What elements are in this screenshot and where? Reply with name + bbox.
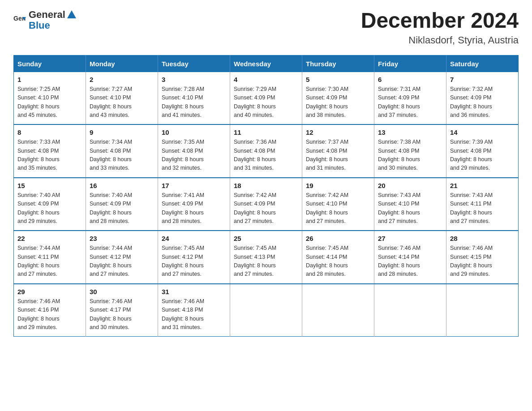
weekday-header-tuesday: Tuesday <box>158 55 230 72</box>
calendar-cell: 22 Sunrise: 7:44 AM Sunset: 4:11 PM Dayl… <box>14 231 86 284</box>
day-number: 8 <box>17 128 82 136</box>
day-number: 1 <box>17 76 82 83</box>
day-number: 28 <box>450 235 515 242</box>
calendar-week-row: 8 Sunrise: 7:33 AM Sunset: 4:08 PM Dayli… <box>14 124 519 178</box>
calendar-cell: 27 Sunrise: 7:46 AM Sunset: 4:14 PM Dayl… <box>374 231 446 284</box>
title-section: December 2024 Niklasdorf, Styria, Austri… <box>361 9 519 46</box>
day-info: Sunrise: 7:44 AM Sunset: 4:12 PM Dayligh… <box>90 244 154 279</box>
day-info: Sunrise: 7:37 AM Sunset: 4:08 PM Dayligh… <box>306 138 370 173</box>
weekday-header-thursday: Thursday <box>302 55 374 72</box>
day-number: 6 <box>378 76 442 83</box>
month-year-title: December 2024 <box>361 9 519 33</box>
calendar-cell: 8 Sunrise: 7:33 AM Sunset: 4:08 PM Dayli… <box>14 124 86 178</box>
day-number: 15 <box>17 182 82 189</box>
day-info: Sunrise: 7:42 AM Sunset: 4:10 PM Dayligh… <box>306 191 370 226</box>
logo-general-text: General <box>29 9 65 21</box>
weekday-header-wednesday: Wednesday <box>230 55 302 72</box>
day-info: Sunrise: 7:45 AM Sunset: 4:12 PM Dayligh… <box>162 244 226 279</box>
day-number: 24 <box>162 235 226 242</box>
calendar-cell: 26 Sunrise: 7:45 AM Sunset: 4:14 PM Dayl… <box>302 231 374 284</box>
day-number: 18 <box>234 182 298 189</box>
calendar-week-row: 15 Sunrise: 7:40 AM Sunset: 4:09 PM Dayl… <box>14 178 519 231</box>
day-info: Sunrise: 7:39 AM Sunset: 4:08 PM Dayligh… <box>450 138 515 173</box>
day-number: 13 <box>378 128 442 136</box>
day-info: Sunrise: 7:45 AM Sunset: 4:13 PM Dayligh… <box>234 244 298 279</box>
day-number: 7 <box>450 76 515 83</box>
day-info: Sunrise: 7:30 AM Sunset: 4:09 PM Dayligh… <box>306 85 370 120</box>
calendar-cell <box>446 284 519 337</box>
calendar-cell: 18 Sunrise: 7:42 AM Sunset: 4:09 PM Dayl… <box>230 178 302 231</box>
calendar-cell: 21 Sunrise: 7:43 AM Sunset: 4:11 PM Dayl… <box>446 178 519 231</box>
day-number: 25 <box>234 235 298 242</box>
day-info: Sunrise: 7:46 AM Sunset: 4:15 PM Dayligh… <box>450 244 515 279</box>
day-info: Sunrise: 7:34 AM Sunset: 4:08 PM Dayligh… <box>90 138 154 173</box>
calendar-cell: 3 Sunrise: 7:28 AM Sunset: 4:10 PM Dayli… <box>158 72 230 125</box>
day-info: Sunrise: 7:36 AM Sunset: 4:08 PM Dayligh… <box>234 138 298 173</box>
calendar-cell <box>302 284 374 337</box>
day-info: Sunrise: 7:46 AM Sunset: 4:18 PM Dayligh… <box>162 297 226 332</box>
calendar-week-row: 29 Sunrise: 7:46 AM Sunset: 4:16 PM Dayl… <box>14 284 519 337</box>
calendar-cell: 24 Sunrise: 7:45 AM Sunset: 4:12 PM Dayl… <box>158 231 230 284</box>
day-number: 31 <box>162 288 226 295</box>
day-number: 9 <box>90 128 154 136</box>
day-number: 22 <box>17 235 82 242</box>
calendar-cell <box>374 284 446 337</box>
calendar-cell: 11 Sunrise: 7:36 AM Sunset: 4:08 PM Dayl… <box>230 124 302 178</box>
day-number: 10 <box>162 128 226 136</box>
calendar-cell: 2 Sunrise: 7:27 AM Sunset: 4:10 PM Dayli… <box>86 72 158 125</box>
day-info: Sunrise: 7:40 AM Sunset: 4:09 PM Dayligh… <box>17 191 82 226</box>
day-info: Sunrise: 7:27 AM Sunset: 4:10 PM Dayligh… <box>90 85 154 120</box>
day-number: 11 <box>234 128 298 136</box>
day-number: 16 <box>90 182 154 189</box>
calendar-cell: 17 Sunrise: 7:41 AM Sunset: 4:09 PM Dayl… <box>158 178 230 231</box>
calendar-cell: 10 Sunrise: 7:35 AM Sunset: 4:08 PM Dayl… <box>158 124 230 178</box>
weekday-header-friday: Friday <box>374 55 446 72</box>
day-info: Sunrise: 7:42 AM Sunset: 4:09 PM Dayligh… <box>234 191 298 226</box>
day-info: Sunrise: 7:44 AM Sunset: 4:11 PM Dayligh… <box>17 244 82 279</box>
calendar-cell: 5 Sunrise: 7:30 AM Sunset: 4:09 PM Dayli… <box>302 72 374 125</box>
day-number: 4 <box>234 76 298 83</box>
calendar-cell: 9 Sunrise: 7:34 AM Sunset: 4:08 PM Dayli… <box>86 124 158 178</box>
day-info: Sunrise: 7:38 AM Sunset: 4:08 PM Dayligh… <box>378 138 442 173</box>
calendar-cell: 6 Sunrise: 7:31 AM Sunset: 4:09 PM Dayli… <box>374 72 446 125</box>
calendar-cell: 12 Sunrise: 7:37 AM Sunset: 4:08 PM Dayl… <box>302 124 374 178</box>
page-header: Gen General Blue December 2024 Niklasdor… <box>13 9 519 46</box>
day-number: 29 <box>17 288 82 295</box>
day-number: 12 <box>306 128 370 136</box>
day-number: 19 <box>306 182 370 189</box>
calendar-cell: 20 Sunrise: 7:43 AM Sunset: 4:10 PM Dayl… <box>374 178 446 231</box>
day-number: 23 <box>90 235 154 242</box>
day-number: 20 <box>378 182 442 189</box>
day-number: 5 <box>306 76 370 83</box>
day-info: Sunrise: 7:45 AM Sunset: 4:14 PM Dayligh… <box>306 244 370 279</box>
day-info: Sunrise: 7:33 AM Sunset: 4:08 PM Dayligh… <box>17 138 82 173</box>
day-number: 21 <box>450 182 515 189</box>
day-info: Sunrise: 7:29 AM Sunset: 4:09 PM Dayligh… <box>234 85 298 120</box>
logo-icon: Gen <box>13 14 26 26</box>
day-number: 26 <box>306 235 370 242</box>
day-info: Sunrise: 7:40 AM Sunset: 4:09 PM Dayligh… <box>90 191 154 226</box>
weekday-header-saturday: Saturday <box>446 55 519 72</box>
day-info: Sunrise: 7:46 AM Sunset: 4:16 PM Dayligh… <box>17 297 82 332</box>
calendar-cell: 4 Sunrise: 7:29 AM Sunset: 4:09 PM Dayli… <box>230 72 302 125</box>
day-info: Sunrise: 7:25 AM Sunset: 4:10 PM Dayligh… <box>17 85 82 120</box>
day-number: 30 <box>90 288 154 295</box>
weekday-header-row: SundayMondayTuesdayWednesdayThursdayFrid… <box>14 55 519 72</box>
day-info: Sunrise: 7:43 AM Sunset: 4:10 PM Dayligh… <box>378 191 442 226</box>
calendar-cell: 14 Sunrise: 7:39 AM Sunset: 4:08 PM Dayl… <box>446 124 519 178</box>
day-info: Sunrise: 7:46 AM Sunset: 4:14 PM Dayligh… <box>378 244 442 279</box>
logo-blue-triangle <box>67 10 76 18</box>
day-info: Sunrise: 7:41 AM Sunset: 4:09 PM Dayligh… <box>162 191 226 226</box>
calendar-cell: 7 Sunrise: 7:32 AM Sunset: 4:09 PM Dayli… <box>446 72 519 125</box>
calendar-cell: 16 Sunrise: 7:40 AM Sunset: 4:09 PM Dayl… <box>86 178 158 231</box>
calendar-cell: 25 Sunrise: 7:45 AM Sunset: 4:13 PM Dayl… <box>230 231 302 284</box>
logo: Gen General Blue <box>13 9 76 31</box>
calendar-cell: 28 Sunrise: 7:46 AM Sunset: 4:15 PM Dayl… <box>446 231 519 284</box>
calendar-cell: 15 Sunrise: 7:40 AM Sunset: 4:09 PM Dayl… <box>14 178 86 231</box>
day-number: 14 <box>450 128 515 136</box>
calendar-cell: 19 Sunrise: 7:42 AM Sunset: 4:10 PM Dayl… <box>302 178 374 231</box>
calendar-week-row: 1 Sunrise: 7:25 AM Sunset: 4:10 PM Dayli… <box>14 72 519 125</box>
calendar-cell <box>230 284 302 337</box>
day-number: 17 <box>162 182 226 189</box>
calendar-week-row: 22 Sunrise: 7:44 AM Sunset: 4:11 PM Dayl… <box>14 231 519 284</box>
